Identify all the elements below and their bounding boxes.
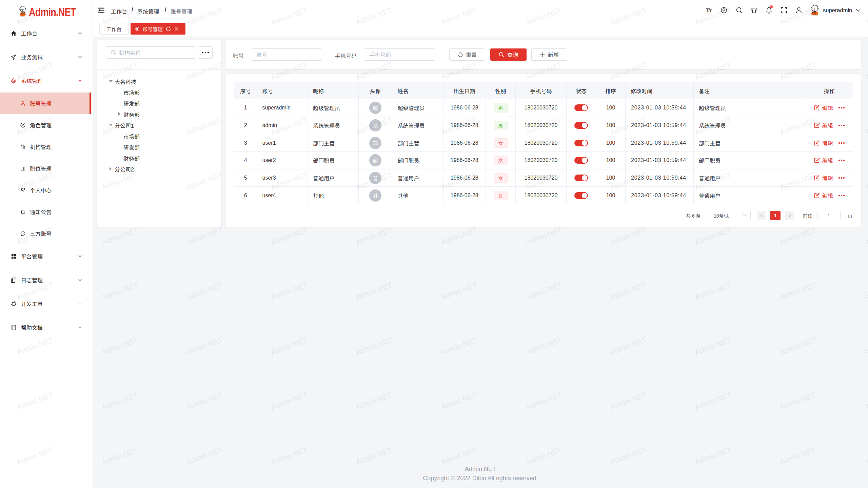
svg-text:T: T <box>709 8 712 13</box>
